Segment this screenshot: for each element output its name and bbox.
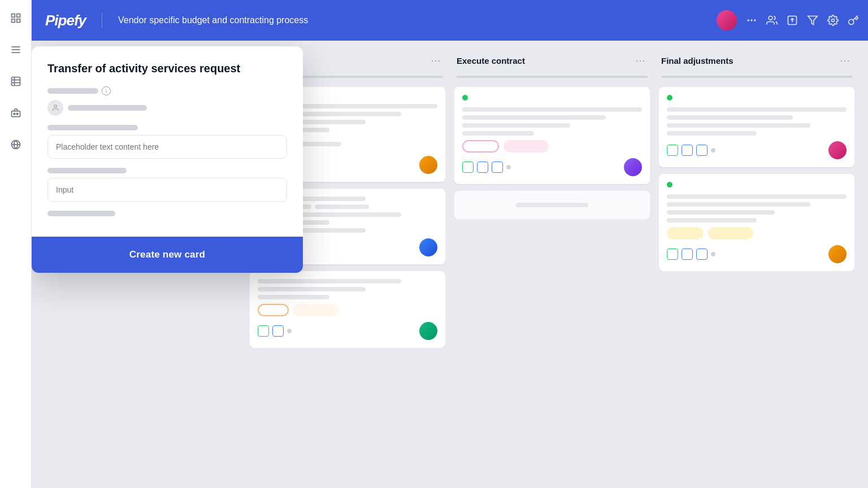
- form-row-4: [47, 211, 287, 216]
- board-area: Budget and contract requ... + ⋯: [32, 41, 868, 488]
- modal-title: Transfer of activity services request: [47, 62, 287, 75]
- svg-marker-22: [808, 16, 818, 25]
- svg-rect-2: [11, 19, 15, 23]
- create-card-modal: Transfer of activity services request i: [32, 46, 303, 273]
- form-row-1: i: [47, 86, 287, 116]
- sidebar-icon-globe[interactable]: [7, 136, 25, 154]
- svg-point-12: [14, 113, 15, 115]
- form-section-label-2: [47, 125, 138, 130]
- svg-point-13: [16, 113, 18, 115]
- form-input-2[interactable]: [47, 178, 287, 202]
- header-actions: [717, 10, 859, 30]
- sidebar-icon-table[interactable]: [7, 72, 25, 90]
- svg-rect-3: [16, 19, 20, 23]
- header-title: Vendor specific budget and contracting p…: [118, 15, 308, 25]
- form-more-label: [47, 211, 115, 216]
- assignee-placeholder: [68, 105, 147, 111]
- header-users-icon[interactable]: [766, 15, 778, 26]
- sidebar-icon-robot[interactable]: [7, 104, 25, 122]
- header-more-icon[interactable]: [746, 15, 757, 26]
- form-label-1: [47, 88, 98, 94]
- modal-footer: Create new card: [32, 237, 303, 273]
- sidebar-icon-list[interactable]: [7, 41, 25, 59]
- create-new-card-button[interactable]: Create new card: [32, 237, 303, 273]
- header: Pipefy Vendor specific budget and contra…: [32, 0, 868, 41]
- pipefy-logo: Pipefy: [45, 12, 86, 29]
- modal-overlay: Transfer of activity services request i: [32, 41, 868, 488]
- header-enter-icon[interactable]: [787, 15, 798, 26]
- svg-point-16: [748, 19, 749, 21]
- header-divider: [102, 12, 102, 28]
- form-row-3: [47, 168, 287, 202]
- svg-rect-0: [11, 14, 15, 18]
- svg-point-23: [832, 19, 835, 22]
- assignee-icon: [47, 100, 63, 116]
- header-settings-icon[interactable]: [827, 15, 839, 26]
- modal-body: Transfer of activity services request i: [32, 46, 303, 237]
- header-key-icon[interactable]: [848, 15, 859, 26]
- sidebar-icon-grid[interactable]: [7, 9, 25, 27]
- svg-rect-1: [16, 14, 20, 18]
- sidebar: [0, 0, 32, 488]
- form-row-2: [47, 125, 287, 159]
- form-info-icon[interactable]: i: [102, 86, 111, 95]
- header-logo: Pipefy Vendor specific budget and contra…: [45, 12, 308, 29]
- form-assignee-row: [47, 100, 287, 116]
- svg-point-19: [769, 16, 772, 20]
- form-input-1[interactable]: [47, 135, 287, 159]
- svg-rect-11: [11, 111, 20, 117]
- header-filter-icon[interactable]: [807, 15, 818, 26]
- svg-point-18: [754, 19, 756, 21]
- form-section-label-3: [47, 168, 127, 173]
- main-content: Pipefy Vendor specific budget and contra…: [32, 0, 868, 488]
- svg-point-17: [750, 19, 752, 21]
- svg-point-24: [54, 105, 57, 108]
- svg-rect-7: [11, 77, 20, 86]
- form-label-row-1: i: [47, 86, 287, 95]
- header-avatar[interactable]: [717, 10, 737, 30]
